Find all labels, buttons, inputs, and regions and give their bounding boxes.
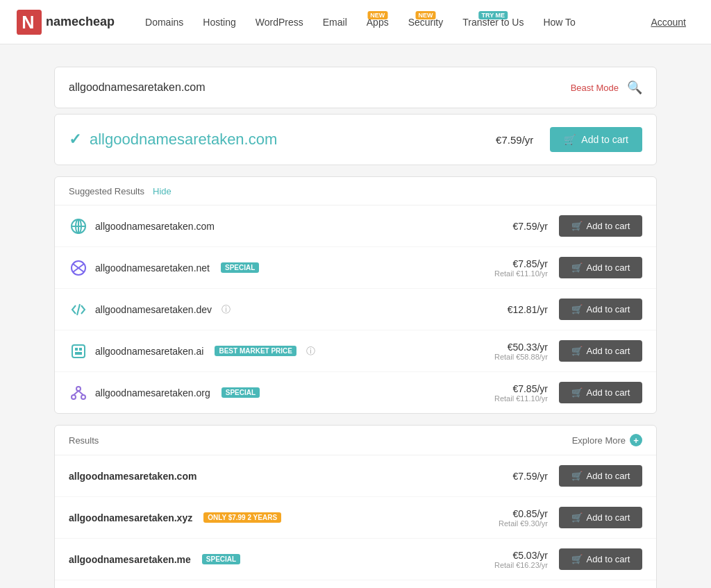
- price-block: €7.85/yr Retail €11.10/yr: [492, 383, 548, 403]
- svg-text:N: N: [22, 12, 34, 32]
- tld-icon: [69, 383, 88, 403]
- logo[interactable]: N namecheap: [17, 10, 115, 35]
- domain-left: allgoodnamesaretaken.xyz ONLY $7.99 2 YE…: [69, 512, 492, 523]
- domain-left: allgoodnamesaretaken.com: [69, 471, 492, 482]
- featured-add-to-cart-button[interactable]: 🛒 Add to cart: [550, 127, 642, 152]
- price-retail: Retail €11.10/yr: [492, 394, 548, 403]
- cart-icon: 🛒: [571, 387, 583, 398]
- results-title: Results: [69, 435, 99, 446]
- info-icon[interactable]: ⓘ: [221, 303, 231, 316]
- svg-line-9: [77, 304, 80, 315]
- svg-point-15: [72, 395, 76, 399]
- featured-price: €7.59/yr: [496, 134, 533, 146]
- domain-right: €5.03/yr Retail €16.23/yr 🛒 Add to cart: [492, 548, 642, 570]
- featured-domain: allgoodnamesaretaken.com: [90, 131, 277, 149]
- nav-item-security[interactable]: NEW Security: [400, 11, 452, 33]
- svg-rect-10: [72, 345, 85, 358]
- domain-name: allgoodnamesaretaken.com: [95, 221, 215, 232]
- svg-rect-13: [75, 352, 82, 355]
- results-header: Results Explore More +: [55, 426, 656, 455]
- domain-left: allgoodnamesaretaken.net SPECIAL: [69, 258, 492, 278]
- add-to-cart-button[interactable]: 🛒 Add to cart: [559, 299, 642, 320]
- result-row: allgoodnamesaretaken.xyz ONLY $7.99 2 YE…: [55, 497, 656, 539]
- nav-item-howto[interactable]: How To: [535, 11, 583, 33]
- price-block: €0.85/yr Retail €9.30/yr: [492, 508, 548, 528]
- result-row: allgoodnamesaretaken.me SPECIAL €5.03/yr…: [55, 539, 656, 580]
- add-to-cart-button[interactable]: 🛒 Add to cart: [559, 382, 642, 403]
- add-to-cart-button[interactable]: 🛒 Add to cart: [559, 215, 642, 237]
- main-container: allgoodnamesaretaken.com Beast Mode 🔍 ✓ …: [43, 67, 668, 588]
- svg-rect-11: [75, 348, 78, 351]
- price-main: €0.85/yr: [492, 508, 548, 519]
- suggested-title: Suggested Results: [69, 186, 144, 196]
- domain-left: allgoodnamesaretaken.org SPECIAL: [69, 383, 492, 403]
- domain-name: allgoodnamesaretaken.me: [69, 554, 191, 565]
- price-main: €5.03/yr: [492, 550, 548, 561]
- add-to-cart-button[interactable]: 🛒 Add to cart: [559, 548, 642, 570]
- add-to-cart-button[interactable]: 🛒 Add to cart: [559, 507, 642, 528]
- nav-item-apps[interactable]: NEW Apps: [358, 11, 397, 33]
- domain-right: €7.85/yr Retail €11.10/yr 🛒 Add to cart: [492, 257, 642, 278]
- transfer-badge: TRY ME: [479, 11, 508, 19]
- beast-mode-link[interactable]: Beast Mode: [571, 83, 619, 93]
- cart-icon: 🛒: [571, 221, 583, 231]
- add-to-cart-button[interactable]: 🛒 Add to cart: [559, 340, 642, 362]
- info-icon[interactable]: ⓘ: [306, 345, 315, 358]
- suggested-badge: SPECIAL: [221, 262, 259, 273]
- nav-item-hosting[interactable]: Hosting: [194, 11, 244, 33]
- result-row: allgoodnamesaretaken.shop SPECIAL €2.46/…: [55, 580, 656, 588]
- add-to-cart-button[interactable]: 🛒 Add to cart: [559, 465, 642, 487]
- cart-icon: 🛒: [571, 512, 583, 523]
- nav-item-email[interactable]: Email: [315, 11, 356, 33]
- logo-text: namecheap: [46, 15, 115, 29]
- cart-icon: 🛒: [571, 304, 583, 314]
- svg-point-14: [76, 387, 81, 391]
- explore-plus-icon: +: [630, 434, 642, 446]
- suggested-items: allgoodnamesaretaken.com €7.59/yr 🛒 Add …: [55, 205, 656, 413]
- cart-icon: 🛒: [571, 471, 583, 481]
- svg-rect-12: [79, 348, 82, 351]
- result-badge: ONLY $7.99 2 YEARS: [203, 512, 281, 523]
- suggested-row: allgoodnamesaretaken.dev ⓘ €12.81/yr 🛒 A…: [55, 289, 656, 330]
- domain-right: €12.81/yr 🛒 Add to cart: [492, 299, 642, 320]
- add-to-cart-button[interactable]: 🛒 Add to cart: [559, 257, 642, 278]
- price-main: €7.85/yr: [492, 258, 548, 269]
- domain-right: €0.85/yr Retail €9.30/yr 🛒 Add to cart: [492, 507, 642, 528]
- search-actions: Beast Mode 🔍: [571, 80, 642, 95]
- result-badge: SPECIAL: [202, 554, 240, 564]
- search-query: allgoodnamesaretaken.com: [69, 81, 206, 94]
- featured-left: ✓ allgoodnamesaretaken.com: [69, 131, 277, 149]
- domain-left: allgoodnamesaretaken.dev ⓘ: [69, 300, 492, 319]
- nav-item-transfer[interactable]: TRY ME Transfer to Us: [454, 11, 532, 33]
- domain-left: allgoodnamesaretaken.ai BEST MARKET PRIC…: [69, 342, 492, 361]
- featured-right: €7.59/yr 🛒 Add to cart: [496, 127, 642, 152]
- results-items: allgoodnamesaretaken.com €7.59/yr 🛒 Add …: [55, 455, 656, 588]
- price-main: €12.81/yr: [492, 304, 548, 315]
- search-icon[interactable]: 🔍: [627, 80, 642, 95]
- nav-item-domains[interactable]: Domains: [137, 11, 192, 33]
- suggested-hide-link[interactable]: Hide: [153, 186, 172, 196]
- security-badge: NEW: [415, 11, 435, 19]
- suggested-row: allgoodnamesaretaken.ai BEST MARKET PRIC…: [55, 330, 656, 372]
- domain-name: allgoodnamesaretaken.net: [95, 262, 210, 274]
- svg-line-17: [74, 391, 78, 395]
- results-section: Results Explore More + allgoodnamesareta…: [54, 425, 657, 588]
- domain-right: €7.85/yr Retail €11.10/yr 🛒 Add to cart: [492, 382, 642, 403]
- svg-point-16: [81, 395, 85, 399]
- nav-links: Domains Hosting WordPress Email NEW Apps…: [137, 11, 642, 33]
- tld-icon: [69, 258, 88, 278]
- domain-right: €7.59/yr 🛒 Add to cart: [492, 465, 642, 487]
- domain-left: allgoodnamesaretaken.me SPECIAL: [69, 554, 492, 565]
- domain-name: allgoodnamesaretaken.xyz: [69, 512, 192, 523]
- nav-item-wordpress[interactable]: WordPress: [247, 11, 312, 33]
- tld-icon: [69, 217, 88, 236]
- tld-icon: [69, 300, 88, 319]
- price-block: €5.03/yr Retail €16.23/yr: [492, 550, 548, 569]
- explore-more-button[interactable]: Explore More +: [572, 434, 642, 446]
- price-main: €7.59/yr: [492, 471, 548, 482]
- logo-icon: N: [17, 10, 42, 35]
- nav-item-account[interactable]: Account: [642, 11, 694, 33]
- apps-badge: NEW: [367, 11, 387, 19]
- price-block: €7.59/yr: [492, 221, 548, 232]
- suggested-row: allgoodnamesaretaken.com €7.59/yr 🛒 Add …: [55, 205, 656, 247]
